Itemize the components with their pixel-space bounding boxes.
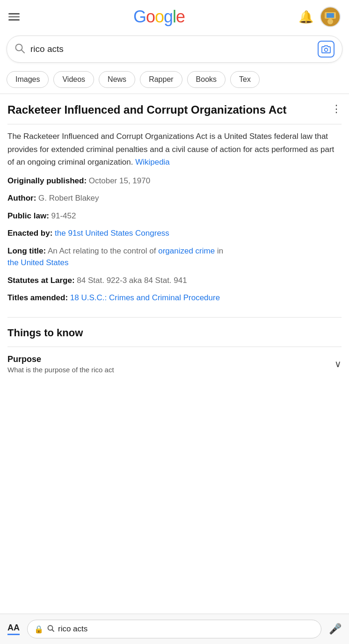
notification-bell-icon[interactable]: 🔔 xyxy=(298,10,313,24)
meta-public-law: Public law: 91-452 xyxy=(7,210,342,222)
result-title: Racketeer Influenced and Corrupt Organiz… xyxy=(7,102,327,117)
logo-e: e xyxy=(176,7,185,27)
hamburger-line-2 xyxy=(8,16,20,18)
tab-rapper[interactable]: Rapper xyxy=(140,71,182,88)
search-bar-container: rico acts xyxy=(0,32,349,67)
header: Google 🔔 xyxy=(0,0,349,32)
meta-long-title-in: in xyxy=(215,246,223,255)
meta-long-title-value: An Act relating to the control of xyxy=(48,246,158,255)
avatar-image xyxy=(321,7,340,26)
meta-long-title-label: Long title: xyxy=(7,246,46,255)
united-states-link[interactable]: the United States xyxy=(7,258,68,267)
hamburger-menu[interactable] xyxy=(8,13,20,21)
main-content: Racketeer Influenced and Corrupt Organiz… xyxy=(0,94,349,318)
svg-point-3 xyxy=(327,19,333,24)
bottom-query-text: rico acts xyxy=(58,624,314,634)
meta-statutes: Statutes at Large: 84 Stat. 922-3 aka 84… xyxy=(7,275,342,287)
meta-titles-amended: Titles amended: 18 U.S.C.: Crimes and Cr… xyxy=(7,292,342,304)
meta-statutes-value: 84 Stat. 922-3 aka 84 Stat. 941 xyxy=(77,276,187,285)
logo-o2: o xyxy=(155,7,164,27)
meta-statutes-label: Statutes at Large: xyxy=(7,276,75,285)
search-bar[interactable]: rico acts xyxy=(7,36,342,63)
hamburger-line-1 xyxy=(8,13,20,14)
meta-public-law-value: 91-452 xyxy=(51,211,76,220)
things-to-know-title: Things to know xyxy=(7,327,342,339)
tab-news[interactable]: News xyxy=(99,71,135,88)
google-logo: Google xyxy=(133,7,185,27)
organized-crime-link[interactable]: organized crime xyxy=(158,246,215,255)
header-right: 🔔 xyxy=(298,7,341,27)
svg-line-5 xyxy=(22,50,24,53)
meta-published: Originally published: October 15, 1970 xyxy=(7,175,342,187)
meta-published-label: Originally published: xyxy=(7,176,87,185)
result-title-row: Racketeer Influenced and Corrupt Organiz… xyxy=(7,102,342,117)
logo-g: G xyxy=(133,7,146,27)
accordion-purpose-header[interactable]: Purpose What is the purpose of the rico … xyxy=(7,355,342,374)
accordion-purpose-label: Purpose xyxy=(7,355,114,364)
avatar[interactable] xyxy=(320,7,341,27)
filter-tabs: Images Videos News Rapper Books Tex xyxy=(0,67,349,94)
bottom-bar: AA 🔒 rico acts 🎤 xyxy=(0,614,349,644)
chevron-down-icon: ∨ xyxy=(334,358,342,369)
search-query-text: rico acts xyxy=(30,44,312,54)
titles-amended-link[interactable]: 18 U.S.C.: Crimes and Criminal Procedure xyxy=(70,293,220,302)
accordion-purpose-text: Purpose What is the purpose of the rico … xyxy=(7,355,114,374)
text-size-button[interactable]: AA xyxy=(7,623,20,635)
description-text: The Racketeer Influenced and Corrupt Org… xyxy=(7,132,334,166)
hamburger-line-3 xyxy=(8,19,20,21)
tab-books[interactable]: Books xyxy=(187,71,225,88)
more-options-button[interactable]: ⋮ xyxy=(327,102,342,116)
microphone-icon[interactable]: 🎤 xyxy=(329,623,342,635)
wikipedia-link[interactable]: Wikipedia xyxy=(135,158,170,166)
bottom-search-bar[interactable]: 🔒 rico acts xyxy=(27,620,321,638)
enacted-by-link[interactable]: the 91st United States Congress xyxy=(55,229,169,238)
svg-line-8 xyxy=(52,630,54,631)
camera-search-button[interactable] xyxy=(318,41,334,58)
tab-tex[interactable]: Tex xyxy=(230,71,260,88)
meta-enacted-label: Enacted by: xyxy=(7,229,52,238)
meta-author-label: Author: xyxy=(7,194,36,203)
meta-published-value: October 15, 1970 xyxy=(89,176,150,185)
tab-images[interactable]: Images xyxy=(7,71,49,88)
meta-long-title: Long title: An Act relating to the contr… xyxy=(7,245,342,269)
things-to-know-section: Things to know Purpose What is the purpo… xyxy=(0,318,349,381)
result-card: Racketeer Influenced and Corrupt Organiz… xyxy=(7,102,342,318)
accordion-purpose: Purpose What is the purpose of the rico … xyxy=(7,347,342,381)
logo-l: l xyxy=(173,7,176,27)
accordion-purpose-sublabel: What is the purpose of the rico act xyxy=(7,366,114,374)
lock-icon: 🔒 xyxy=(34,625,44,634)
logo-o1: o xyxy=(146,7,155,27)
svg-point-6 xyxy=(325,48,328,51)
meta-author-value: G. Robert Blakey xyxy=(38,194,99,203)
meta-author: Author: G. Robert Blakey xyxy=(7,192,342,204)
svg-rect-2 xyxy=(327,13,334,18)
divider-1 xyxy=(7,124,342,124)
meta-titles-amended-label: Titles amended: xyxy=(7,293,68,302)
meta-enacted: Enacted by: the 91st United States Congr… xyxy=(7,227,342,239)
meta-public-law-label: Public law: xyxy=(7,211,49,220)
search-icon xyxy=(15,43,25,56)
result-description: The Racketeer Influenced and Corrupt Org… xyxy=(7,130,342,168)
search-icon-sm xyxy=(47,625,54,634)
logo-g2: g xyxy=(164,7,173,27)
tab-videos[interactable]: Videos xyxy=(53,71,94,88)
